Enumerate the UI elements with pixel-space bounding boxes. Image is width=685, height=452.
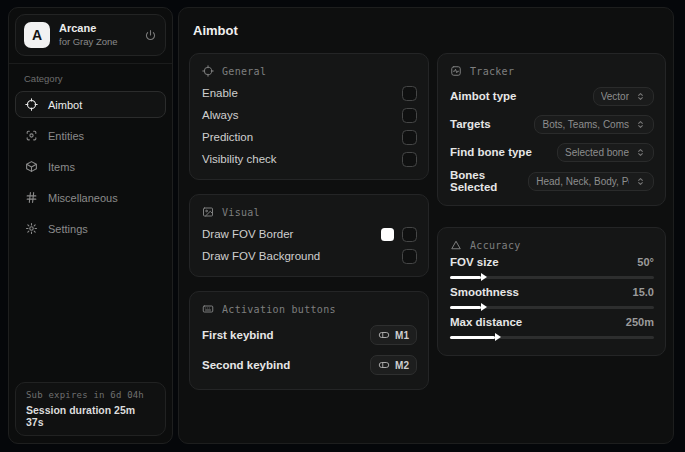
hash-icon (25, 191, 38, 204)
visual-row-fov-border: Draw FOV Border (202, 223, 417, 245)
sidebar-item-items[interactable]: Items (15, 153, 166, 180)
sidebar-nav: Aimbot Entities Items Miscellaneous Sett… (9, 91, 172, 242)
slider-fill (450, 276, 481, 279)
smoothness-control: Smoothness 15.0 (450, 286, 654, 309)
section-title: Tracker (470, 66, 514, 77)
subscription-card: Sub expires in 6d 04h Session duration 2… (15, 382, 166, 436)
select-value: Selected bone (565, 147, 629, 158)
slider-fill (450, 306, 481, 309)
gear-icon (25, 222, 38, 235)
chevrons-up-down-icon (635, 119, 646, 130)
row-label: FOV size (450, 256, 499, 268)
app-name: Arcane (59, 23, 118, 34)
prediction-checkbox[interactable] (402, 130, 417, 145)
section-title: General (222, 66, 266, 77)
general-row-enable: Enable (202, 82, 417, 104)
sidebar-item-settings[interactable]: Settings (15, 215, 166, 242)
visual-card-header: Visual (202, 206, 417, 218)
tracker-card-header: Tracker (450, 65, 654, 77)
power-icon[interactable] (144, 29, 157, 42)
general-card: General Enable Always Prediction Visibil… (189, 53, 429, 180)
chevrons-up-down-icon (635, 147, 646, 158)
aimbot-type-select[interactable]: Vector (593, 87, 654, 106)
fov-border-color-swatch[interactable] (381, 228, 394, 241)
sidebar-divider (9, 63, 172, 64)
bones-selected-row: Bones Selected Head, Neck, Body, Pe.. (450, 166, 654, 196)
entities-scan-icon (25, 129, 38, 142)
fov-background-checkbox[interactable] (402, 249, 417, 264)
crosshair-icon (25, 98, 38, 111)
first-keybind-button[interactable]: M1 (370, 325, 417, 345)
general-row-prediction: Prediction (202, 126, 417, 148)
section-title: Accuracy (470, 240, 521, 251)
row-label: Second keybind (202, 359, 290, 371)
aimbot-type-row: Aimbot type Vector (450, 82, 654, 110)
sidebar-item-entities[interactable]: Entities (15, 122, 166, 149)
row-label: Bones Selected (450, 169, 528, 193)
mouse-icon (378, 329, 390, 341)
keybind-value: M2 (395, 360, 409, 371)
app-header: A Arcane for Gray Zone (15, 14, 166, 56)
max-distance-slider[interactable] (450, 336, 654, 339)
row-label: Targets (450, 118, 491, 130)
right-column: Tracker Aimbot type Vector Targets Bots,… (437, 53, 666, 356)
crosshair-icon (202, 65, 214, 77)
row-label: Visibility check (202, 153, 277, 165)
general-row-always: Always (202, 104, 417, 126)
row-label: Prediction (202, 131, 253, 143)
fov-size-control: FOV size 50° (450, 256, 654, 279)
row-label: Always (202, 109, 238, 121)
app-title-block: Arcane for Gray Zone (59, 23, 118, 47)
second-keybind-button[interactable]: M2 (370, 355, 417, 375)
smoothness-header: Smoothness 15.0 (450, 286, 654, 298)
row-label: Draw FOV Border (202, 228, 293, 240)
select-value: Bots, Teams, Coms (542, 119, 629, 130)
keybind-value: M1 (395, 330, 409, 341)
smoothness-value: 15.0 (633, 286, 654, 298)
mouse-icon (378, 359, 390, 371)
sub-expires-text: Sub expires in 6d 04h (26, 390, 155, 400)
sidebar: A Arcane for Gray Zone Category Aimbot E… (8, 7, 173, 444)
second-keybind-row: Second keybind M2 (202, 350, 417, 380)
visual-card: Visual Draw FOV Border Draw FOV Backgrou… (189, 194, 429, 277)
targets-row: Targets Bots, Teams, Coms (450, 110, 654, 138)
bones-selected-select[interactable]: Head, Neck, Body, Pe.. (528, 172, 654, 191)
session-duration-text: Session duration 25m 37s (26, 404, 155, 428)
row-label: Aimbot type (450, 90, 516, 102)
chevrons-up-down-icon (635, 91, 646, 102)
sidebar-item-aimbot[interactable]: Aimbot (15, 91, 166, 118)
box-icon (25, 160, 38, 173)
accuracy-card-header: Accuracy (450, 239, 654, 251)
slider-fill (450, 336, 495, 339)
triangle-icon (450, 239, 462, 251)
sidebar-item-miscellaneous[interactable]: Miscellaneous (15, 184, 166, 211)
enable-checkbox[interactable] (402, 86, 417, 101)
first-keybind-row: First keybind M1 (202, 320, 417, 350)
sidebar-item-label: Items (48, 161, 75, 173)
select-value: Head, Neck, Body, Pe.. (536, 176, 629, 187)
app-logo: A (24, 22, 50, 48)
sidebar-item-label: Entities (48, 130, 84, 142)
tracker-card: Tracker Aimbot type Vector Targets Bots,… (437, 53, 666, 206)
page-title: Aimbot (193, 23, 664, 38)
fov-size-slider[interactable] (450, 276, 654, 279)
always-checkbox[interactable] (402, 108, 417, 123)
sidebar-item-label: Settings (48, 223, 88, 235)
section-title: Activation buttons (222, 304, 336, 315)
max-distance-control: Max distance 250m (450, 316, 654, 339)
row-controls (381, 227, 417, 242)
fov-size-header: FOV size 50° (450, 256, 654, 268)
visual-row-fov-background: Draw FOV Background (202, 245, 417, 267)
smoothness-slider[interactable] (450, 306, 654, 309)
left-column: General Enable Always Prediction Visibil… (189, 53, 429, 390)
row-label: Find bone type (450, 146, 532, 158)
find-bone-type-select[interactable]: Selected bone (557, 143, 654, 162)
app-subtitle: for Gray Zone (59, 37, 118, 47)
content-columns: General Enable Always Prediction Visibil… (189, 53, 664, 390)
sidebar-item-label: Miscellaneous (48, 192, 118, 204)
visibility-check-checkbox[interactable] (402, 152, 417, 167)
keyboard-icon (202, 303, 214, 315)
select-value: Vector (601, 91, 629, 102)
targets-select[interactable]: Bots, Teams, Coms (534, 115, 654, 134)
fov-border-checkbox[interactable] (402, 227, 417, 242)
